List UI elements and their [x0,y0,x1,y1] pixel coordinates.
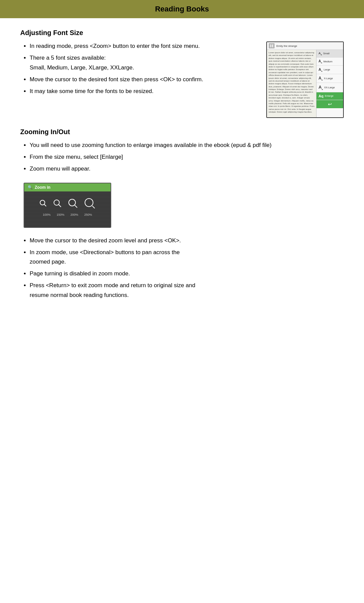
font-size-two-col: In reading mode, press <Zoom> button to … [20,41,344,118]
fss-menu-enlarge[interactable]: Aq Enlarge [316,92,343,100]
fss-medium-icon: Aa [318,59,322,64]
zoom-icon-100[interactable] [39,200,47,208]
zooming-bullet-4: Move the cursor to the desired zoom leve… [30,236,344,246]
font-size-section-title: Adjusting Font Size [20,29,344,37]
zoom-icons-row [24,191,111,212]
fss-small-label: Small [323,52,330,55]
zoom-search-icon: 🔍 [28,185,33,190]
zoom-header-text: Zoom in [35,185,51,190]
zoom-bg: 🔍 Zoom in [24,183,111,227]
zoom-percent-100: 100% [43,213,51,216]
fss-book-title: Emily the strange [276,44,297,48]
zoom-percent-150: 150% [57,213,64,216]
fss-book-icon [269,43,274,48]
zoom-header: 🔍 Zoom in [24,183,111,191]
font-size-bullet-2: There a 5 font sizes available: Small, M… [30,53,256,73]
zooming-bullet-7: Press <Return> to exit zoom mode and ret… [30,281,344,300]
font-size-bullets: In reading mode, press <Zoom> button to … [20,41,256,96]
zoom-screenshot: 🔍 Zoom in [24,183,111,228]
svg-line-7 [75,205,77,208]
fss-menu-small[interactable]: Aa Small [316,50,343,58]
zoom-icon-150[interactable] [53,199,62,208]
zooming-bullets-bottom: Move the cursor to the desired zoom leve… [20,236,344,300]
zooming-bullet-2: From the size menu, select [Enlarge] [30,152,334,162]
fss-menu-large[interactable]: Aa Large [316,66,343,74]
section-zooming: Zooming In/Out You will need to use zoom… [20,128,344,300]
fss-text-area: Lorem ipsum dolor sit amet, consectetur … [267,50,316,117]
header-title: Reading Books [155,5,209,13]
fss-menu-xlarge[interactable]: Aa X-Large [316,74,343,83]
zooming-section-title: Zooming In/Out [20,128,344,136]
fss-xxlarge-label: XX-Large [324,86,335,89]
zoom-percent-row: 100% 150% 200% 250% [24,212,111,221]
zooming-two-col: You will need to use zooming function to… [20,141,344,176]
zooming-bullet-5: In zoom mode, use <Directional> buttons … [30,248,344,267]
fss-small-icon: Aa [318,52,322,56]
fss-xxlarge-icon: Aa [318,85,323,90]
fss-enlarge-icon: Aq [318,94,324,98]
font-size-text-col: In reading mode, press <Zoom> button to … [20,41,256,98]
zooming-bullet-1: You will need to use zooming function to… [30,141,334,150]
font-size-screenshot: Emily the strange Lorem ipsum dolor sit … [266,41,344,118]
zooming-text-col: You will need to use zooming function to… [20,141,334,176]
fss-large-icon: Aa [318,67,322,72]
font-size-bullet-4: It may take some time for the fonts to b… [30,87,256,96]
zooming-bullets-top: You will need to use zooming function to… [20,141,334,174]
fss-content: Lorem ipsum dolor sit amet, consectetur … [267,50,343,117]
svg-line-5 [59,205,61,207]
svg-line-9 [92,206,95,208]
content-area: Adjusting Font Size In reading mode, pre… [0,29,364,300]
section-font-size: Adjusting Font Size In reading mode, pre… [20,29,344,118]
zoom-icon-200[interactable] [68,198,78,209]
fss-back-button[interactable]: ↩ [316,100,343,108]
font-size-screenshot-col: Emily the strange Lorem ipsum dolor sit … [266,41,344,118]
font-size-bullet-1: In reading mode, press <Zoom> button to … [30,41,256,51]
fss-enlarge-label: Enlarge [325,94,334,97]
zooming-bullet-3: Zoom menu will appear. [30,164,334,174]
zooming-bullet-6: Page turning is disabled in zoom mode. [30,269,344,279]
zooming-bottom-list: Move the cursor to the desired zoom leve… [20,236,344,300]
page-container: Reading Books Adjusting Font Size In rea… [0,0,364,603]
zoom-percent-250: 250% [84,213,92,216]
fss-back-arrow-icon: ↩ [328,101,332,107]
zoom-icon-250[interactable] [84,198,95,210]
fss-menu: Aa Small Aa Medium Aa [316,50,343,117]
svg-line-3 [44,204,46,206]
fss-header: Emily the strange [267,42,343,50]
fss-large-label: Large [324,68,330,71]
zoom-percent-200: 200% [70,213,78,216]
svg-point-6 [69,199,75,206]
font-size-bullet-3: Move the cursor to the desired font size… [30,75,256,85]
svg-point-2 [40,200,45,205]
header-bar: Reading Books [0,0,364,18]
fss-medium-label: Medium [324,60,333,63]
fss-xlarge-icon: Aa [318,76,323,81]
fss-menu-medium[interactable]: Aa Medium [316,58,343,66]
svg-point-4 [54,200,59,205]
fss-menu-xxlarge[interactable]: Aa XX-Large [316,83,343,92]
svg-point-8 [85,199,93,207]
fss-xlarge-label: X-Large [324,77,333,80]
